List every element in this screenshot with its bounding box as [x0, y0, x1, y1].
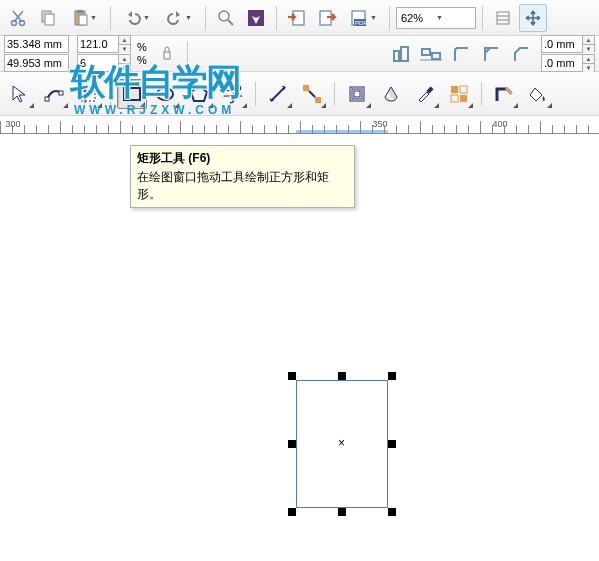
divider	[255, 82, 256, 106]
zoom-combo[interactable]: 62% ▼	[396, 7, 476, 29]
corner-button-2[interactable]	[477, 40, 505, 68]
crop-tool[interactable]	[72, 78, 104, 110]
handle-sw[interactable]	[288, 508, 296, 516]
svg-rect-38	[354, 91, 360, 97]
spinner[interactable]: ▲▼	[583, 54, 595, 72]
svg-rect-5	[77, 10, 83, 13]
svg-rect-22	[432, 53, 440, 59]
y-position-input[interactable]	[4, 54, 69, 72]
svg-rect-20	[394, 51, 399, 61]
spinner[interactable]: ▲▼	[119, 54, 131, 72]
copy-button[interactable]	[34, 4, 62, 32]
toolbar-tools: 字	[0, 72, 599, 116]
align-button-1[interactable]	[387, 40, 415, 68]
corner-radius-2[interactable]: ▲▼	[541, 54, 595, 72]
svg-rect-15	[497, 12, 509, 24]
handle-e[interactable]	[388, 440, 396, 448]
divider	[205, 6, 206, 30]
x-position-input[interactable]	[4, 35, 69, 53]
svg-text:字: 字	[223, 83, 243, 105]
radius-field[interactable]	[541, 35, 583, 53]
horizontal-ruler: 300 350 400 // ticks generated below	[0, 116, 599, 134]
svg-rect-43	[460, 86, 467, 93]
toolbar-standard: ▼ ▼ ▼ PDF ▼ 62% ▼	[0, 0, 599, 36]
toolbar-property: ▲▼ ▲▼ % % ▲▼ ▲▼	[0, 36, 599, 72]
corner-button-3[interactable]	[507, 40, 535, 68]
spinner[interactable]: ▲▼	[583, 35, 595, 53]
svg-line-35	[309, 91, 315, 97]
launch-button[interactable]	[242, 4, 270, 32]
svg-rect-40	[390, 97, 393, 100]
align-button-2[interactable]	[417, 40, 445, 68]
corner-button-1[interactable]	[447, 40, 475, 68]
x-field[interactable]	[4, 35, 69, 53]
percent-label: %	[137, 54, 147, 66]
handle-n[interactable]	[338, 372, 346, 380]
divider	[110, 82, 111, 106]
corner-radius-1[interactable]: ▲▼	[541, 35, 595, 53]
shape-tool[interactable]	[38, 78, 70, 110]
w-field[interactable]	[77, 35, 119, 53]
svg-point-1	[20, 20, 25, 25]
export-button[interactable]	[313, 4, 341, 32]
fill-tool[interactable]	[443, 78, 475, 110]
redo-button[interactable]: ▼	[159, 4, 199, 32]
options-button[interactable]	[489, 4, 517, 32]
dimension-tool[interactable]	[262, 78, 294, 110]
divider	[187, 42, 188, 66]
cut-button[interactable]	[4, 4, 32, 32]
height-input[interactable]: ▲▼	[77, 54, 131, 72]
tooltip-desc: 在绘图窗口拖动工具绘制正方形和矩形。	[137, 169, 348, 203]
handle-s[interactable]	[338, 508, 346, 516]
svg-text:PDF: PDF	[355, 20, 367, 26]
svg-rect-19	[401, 47, 408, 61]
svg-point-30	[157, 88, 173, 100]
ellipse-tool[interactable]	[149, 78, 181, 110]
svg-line-32	[271, 87, 285, 101]
handle-ne[interactable]	[388, 372, 396, 380]
pick-tool[interactable]	[4, 78, 36, 110]
svg-point-7	[219, 11, 229, 21]
radius-field[interactable]	[541, 54, 583, 72]
lock-ratio-button[interactable]	[153, 40, 181, 68]
svg-rect-6	[79, 15, 87, 25]
svg-rect-24	[45, 97, 49, 101]
divider	[334, 82, 335, 106]
search-button[interactable]	[212, 4, 240, 32]
ruler-selection-marker	[296, 130, 388, 133]
width-input[interactable]: ▲▼	[77, 35, 131, 53]
bucket-tool[interactable]	[522, 78, 554, 110]
handle-nw[interactable]	[288, 372, 296, 380]
spinner[interactable]: ▲▼	[119, 35, 131, 53]
effects-tool[interactable]	[341, 78, 373, 110]
rectangle-tool[interactable]	[117, 79, 147, 109]
svg-rect-45	[460, 95, 467, 102]
connector-tool[interactable]	[296, 78, 328, 110]
undo-button[interactable]: ▼	[117, 4, 157, 32]
paste-button[interactable]: ▼	[64, 4, 104, 32]
svg-rect-26	[81, 87, 95, 101]
import-button[interactable]	[283, 4, 311, 32]
text-tool[interactable]: 字	[217, 78, 249, 110]
divider	[389, 6, 390, 30]
svg-rect-33	[303, 85, 309, 91]
handle-w[interactable]	[288, 440, 296, 448]
pan-button[interactable]	[519, 4, 547, 32]
handle-se[interactable]	[388, 508, 396, 516]
h-field[interactable]	[77, 54, 119, 72]
svg-rect-25	[59, 91, 63, 95]
polygon-tool[interactable]	[183, 78, 215, 110]
tooltip-title: 矩形工具 (F6)	[137, 150, 348, 167]
transparency-tool[interactable]	[375, 78, 407, 110]
y-field[interactable]	[4, 54, 69, 72]
svg-line-8	[228, 20, 233, 25]
svg-rect-29	[124, 88, 140, 100]
divider	[481, 82, 482, 106]
eyedropper-tool[interactable]	[409, 78, 441, 110]
outline-tool[interactable]	[488, 78, 520, 110]
pdf-button[interactable]: PDF ▼	[343, 4, 383, 32]
divider	[482, 6, 483, 30]
tool-tooltip: 矩形工具 (F6) 在绘图窗口拖动工具绘制正方形和矩形。	[130, 145, 355, 208]
svg-rect-3	[45, 14, 54, 25]
svg-rect-42	[451, 86, 458, 93]
